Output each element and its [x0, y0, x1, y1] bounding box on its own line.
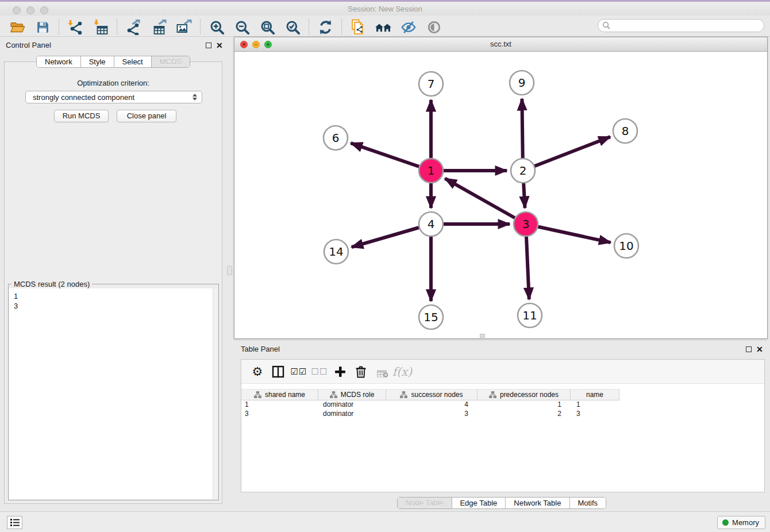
tab-mcds[interactable]: MCDS	[152, 56, 190, 67]
result-scrollbar[interactable]	[213, 288, 218, 499]
trash-icon[interactable]	[353, 364, 368, 379]
float-table-panel-icon[interactable]	[746, 346, 752, 352]
column-header-predecessor-nodes[interactable]: predecessor nodes	[478, 389, 571, 400]
task-history-button[interactable]	[7, 516, 22, 529]
memory-button[interactable]: Memory	[717, 516, 765, 529]
table-row[interactable]: 1dominator411	[241, 400, 764, 410]
search-input[interactable]	[611, 20, 764, 31]
edge-3-1[interactable]	[445, 179, 526, 224]
tab-style[interactable]: Style	[81, 56, 114, 67]
node-8[interactable]: 8	[613, 119, 637, 143]
fx-disabled-icon: f(x)	[395, 364, 410, 379]
table-row[interactable]: 3dominator323	[241, 410, 764, 419]
tab-motifs[interactable]: Motifs	[569, 498, 606, 508]
select-all-icon[interactable]: ☑☑	[291, 364, 306, 379]
tab-network-table[interactable]: Network Table	[506, 498, 569, 508]
status-bar: Memory	[0, 511, 770, 532]
new-network-file-icon[interactable]	[349, 18, 367, 36]
svg-text:3: 3	[522, 217, 530, 231]
column-header-MCDS-role[interactable]: MCDS role	[318, 389, 386, 400]
node-2[interactable]: 2	[511, 159, 535, 183]
memory-status-icon	[722, 519, 729, 526]
control-panel-tabs: NetworkStyleSelectMCDS	[36, 56, 190, 68]
deselect-all-icon[interactable]: ☐☐	[312, 364, 327, 379]
node-14[interactable]: 14	[324, 240, 348, 264]
column-header-shared-name[interactable]: shared name	[241, 389, 318, 400]
splitter-handle[interactable]	[227, 266, 232, 275]
add-plus-icon[interactable]	[333, 364, 348, 379]
tab-select[interactable]: Select	[114, 56, 152, 67]
table-toolbar: ⚙☑☑☐☐f(x)	[241, 360, 764, 384]
close-panel-icon[interactable]: ✕	[216, 43, 223, 48]
node-3[interactable]: 3	[514, 212, 538, 236]
hierarchy-icon	[330, 391, 337, 398]
mcds-result-text[interactable]: 13	[9, 288, 213, 499]
split-columns-icon[interactable]	[271, 364, 286, 379]
zoom-out-icon[interactable]	[233, 18, 251, 36]
table-cell[interactable]: dominator	[318, 410, 386, 419]
table-cell[interactable]: 1	[478, 400, 571, 410]
tab-node-table[interactable]: Node Table	[398, 498, 452, 508]
edge-2-8[interactable]	[523, 137, 610, 171]
gear-icon[interactable]: ⚙	[250, 364, 265, 379]
run-mcds-button[interactable]: Run MCDS	[54, 110, 109, 122]
edge-3-10[interactable]	[526, 224, 611, 242]
svg-text:6: 6	[332, 131, 340, 145]
table-cell[interactable]: 2	[478, 410, 571, 419]
node-4[interactable]: 4	[419, 212, 443, 236]
open-folder-icon[interactable]	[9, 18, 26, 36]
node-7[interactable]: 7	[419, 72, 443, 96]
eye-slash-icon[interactable]	[400, 18, 417, 36]
svg-text:14: 14	[329, 245, 343, 259]
mcds-result-line: 3	[14, 301, 213, 311]
export-table-icon[interactable]	[150, 18, 167, 36]
node-15[interactable]: 15	[419, 305, 443, 329]
import-network-icon[interactable]	[67, 18, 84, 36]
network-canvas[interactable]: 7968124314101511	[234, 52, 767, 338]
export-network-icon[interactable]	[125, 18, 142, 36]
canvas-resize-handle[interactable]	[480, 334, 485, 338]
mcds-result-title: MCDS result (2 nodes)	[11, 280, 92, 288]
import-table-icon[interactable]	[92, 18, 109, 36]
node-6[interactable]: 6	[324, 126, 348, 150]
hierarchy-icon	[254, 391, 261, 398]
table-panel-title: Table Panel	[241, 345, 280, 353]
export-image-icon[interactable]	[175, 18, 192, 36]
close-panel-button[interactable]: Close panel	[117, 110, 176, 122]
list-icon	[10, 518, 20, 527]
svg-text:11: 11	[522, 309, 537, 322]
save-icon[interactable]	[34, 18, 51, 36]
select-stepper-icon	[192, 94, 197, 101]
tab-network[interactable]: Network	[37, 56, 81, 67]
node-10[interactable]: 10	[614, 234, 638, 258]
clear-table-disabled-icon	[374, 364, 389, 379]
search-box	[598, 19, 764, 32]
column-header-name[interactable]: name	[571, 389, 619, 400]
table-cell[interactable]: 3	[386, 410, 478, 419]
memory-label: Memory	[732, 518, 759, 527]
criterion-select[interactable]: strongly connected component	[25, 91, 202, 103]
node-1[interactable]: 1	[419, 159, 443, 183]
refresh-icon[interactable]	[317, 18, 334, 36]
houses-icon[interactable]	[375, 18, 392, 36]
table-cell[interactable]: dominator	[318, 400, 386, 410]
table-cell[interactable]: 1	[241, 400, 318, 410]
float-panel-icon[interactable]	[206, 43, 211, 48]
tab-edge-table[interactable]: Edge Table	[452, 498, 506, 508]
close-table-panel-icon[interactable]: ✕	[756, 346, 763, 352]
zoom-fit-icon[interactable]	[259, 18, 276, 36]
table-cell[interactable]: 3	[571, 410, 619, 419]
table-cell[interactable]: 3	[241, 410, 318, 419]
node-11[interactable]: 11	[518, 303, 542, 327]
toolbar-separator	[59, 20, 59, 34]
toolbar-separator	[117, 20, 117, 34]
table-cell[interactable]: 4	[386, 400, 478, 410]
network-window-titlebar[interactable]: × − + scc.txt	[234, 37, 767, 52]
eye-icon[interactable]	[425, 18, 442, 36]
zoom-selected-icon[interactable]	[284, 18, 301, 36]
table-cell[interactable]: 1	[571, 400, 619, 410]
toolbar-separator	[200, 20, 201, 34]
zoom-in-icon[interactable]	[208, 18, 225, 36]
node-9[interactable]: 9	[510, 71, 534, 95]
column-header-successor-nodes[interactable]: successor nodes	[386, 389, 478, 400]
